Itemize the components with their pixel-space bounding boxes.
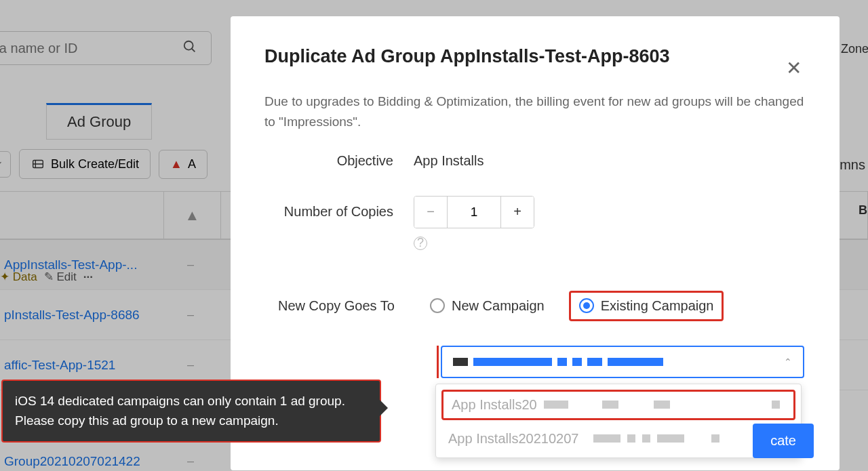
dropdown-item[interactable]: App Installs20210207 xyxy=(436,423,801,455)
campaign-select[interactable]: ⌃ xyxy=(441,346,804,378)
radio-new-label: New Campaign xyxy=(452,298,545,314)
chevron-up-icon: ⌃ xyxy=(784,356,792,367)
duplicate-button[interactable]: cate xyxy=(753,424,814,458)
quantity-stepper[interactable]: − + xyxy=(414,196,534,228)
radio-existing-label: Existing Campaign xyxy=(601,298,714,314)
dropdown-item[interactable]: App Installs20 ✓ xyxy=(441,390,795,420)
radio-icon xyxy=(579,298,594,313)
stepper-input[interactable] xyxy=(447,197,501,228)
campaign-selected-value xyxy=(453,358,663,366)
highlight-existing-campaign: Existing Campaign xyxy=(569,291,724,321)
radio-new-campaign[interactable]: New Campaign xyxy=(430,298,545,314)
objective-value: App Installs xyxy=(414,153,484,169)
modal-title: Duplicate Ad Group AppInstalls-Test-App-… xyxy=(264,46,806,67)
campaign-dropdown: App Installs20 ✓ App Installs20210207 xyxy=(435,384,802,458)
objective-label: Objective xyxy=(264,153,414,169)
dropdown-item-label: App Installs20 xyxy=(452,397,537,413)
modal-subtitle: Due to upgrades to Bidding & Optimizatio… xyxy=(264,91,806,133)
goes-to-label: New Copy Goes To xyxy=(264,298,430,314)
help-icon[interactable]: ? xyxy=(414,237,427,250)
radio-icon xyxy=(430,298,445,313)
close-icon[interactable]: ✕ xyxy=(786,57,802,79)
stepper-plus[interactable]: + xyxy=(501,197,534,228)
copies-label: Number of Copies xyxy=(264,196,414,220)
radio-existing-campaign[interactable]: Existing Campaign xyxy=(579,298,714,314)
dropdown-item-label: App Installs20210207 xyxy=(448,431,578,447)
ios14-tooltip: iOS 14 dedicated campaigns can only cont… xyxy=(1,380,381,443)
check-icon: ✓ xyxy=(771,398,780,411)
stepper-minus[interactable]: − xyxy=(414,197,447,228)
